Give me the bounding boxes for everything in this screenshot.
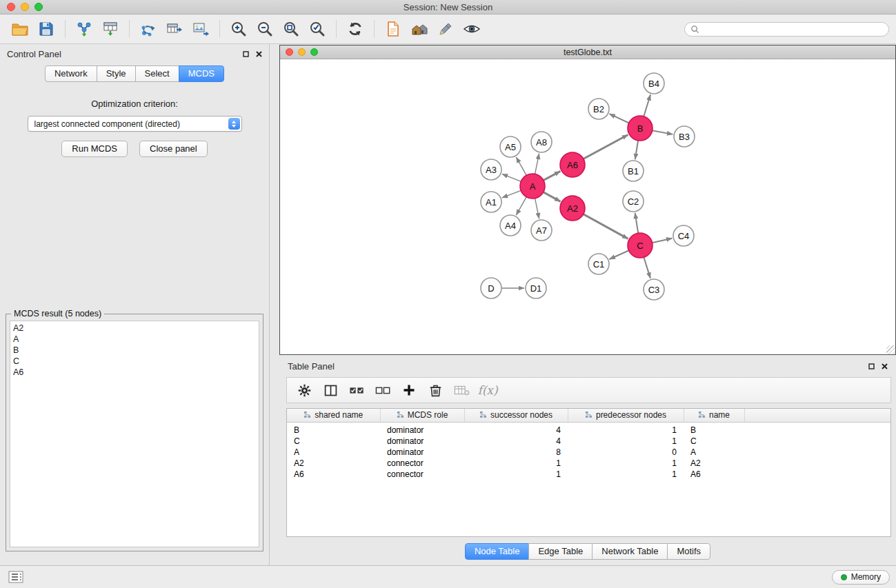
deselect-all-columns-button[interactable] <box>371 380 395 401</box>
column-header-name[interactable]: name <box>684 409 744 422</box>
tab-network-table[interactable]: Network Table <box>592 543 668 560</box>
optimization-dropdown[interactable]: largest connected component (directed) <box>28 116 242 132</box>
svg-text:A7: A7 <box>536 225 547 236</box>
node-A8[interactable]: A8 <box>531 132 552 152</box>
chevron-up-down-icon <box>228 118 240 130</box>
table-toolbar: f(x) <box>286 377 891 403</box>
mcds-result-item[interactable]: B <box>13 345 256 356</box>
main-area: Control Panel NetworkStyleSelectMCDS Opt… <box>0 44 896 565</box>
import-network-button[interactable] <box>71 17 97 41</box>
open-session-button[interactable] <box>7 17 33 41</box>
node-A3[interactable]: A3 <box>481 159 501 180</box>
node-D[interactable]: D <box>481 278 501 298</box>
import-table-button[interactable] <box>97 17 123 41</box>
zoom-in-button[interactable] <box>226 17 252 41</box>
close-panel-button[interactable] <box>256 51 262 57</box>
column-header-shared-name[interactable]: shared name <box>287 409 380 422</box>
refresh-button[interactable] <box>342 17 368 41</box>
select-all-columns-button[interactable] <box>345 380 368 401</box>
create-column-button[interactable] <box>397 380 421 401</box>
mcds-result-title: MCDS result (5 nodes) <box>11 309 104 318</box>
task-history-button[interactable] <box>6 569 26 585</box>
delete-table-button[interactable] <box>450 380 473 401</box>
node-B1[interactable]: B1 <box>623 161 644 181</box>
node-A[interactable]: A <box>520 174 545 199</box>
toolbar-separator <box>336 20 337 38</box>
tab-motifs[interactable]: Motifs <box>667 543 710 560</box>
tab-style[interactable]: Style <box>97 65 136 82</box>
toolbar-separator <box>65 20 66 38</box>
column-header-MCDS-role[interactable]: MCDS role <box>380 409 464 422</box>
mcds-result-item[interactable]: A2 <box>13 323 256 334</box>
table-row[interactable]: Bdominator41B <box>287 422 890 436</box>
delete-column-button[interactable] <box>424 380 447 401</box>
mcds-result-item[interactable]: A6 <box>13 367 256 378</box>
float-table-panel-button[interactable] <box>868 363 875 369</box>
node-D1[interactable]: D1 <box>526 278 546 298</box>
memory-button[interactable]: Memory <box>832 570 890 585</box>
table-row[interactable]: Adominator80A <box>287 447 890 458</box>
tab-network[interactable]: Network <box>45 65 97 82</box>
save-session-button[interactable] <box>33 17 59 41</box>
show-graphics-details-button[interactable] <box>459 17 485 41</box>
svg-text:C: C <box>637 241 643 251</box>
zoom-out-button[interactable] <box>252 17 278 41</box>
run-mcds-button[interactable]: Run MCDS <box>61 141 128 157</box>
node-C3[interactable]: C3 <box>644 279 664 300</box>
float-panel-button[interactable] <box>243 51 249 57</box>
optimization-dropdown-value: largest connected component (directed) <box>34 119 180 129</box>
node-A4[interactable]: A4 <box>500 215 521 236</box>
table-settings-button[interactable] <box>292 380 316 401</box>
table-row[interactable]: A6connector11A6 <box>287 469 890 480</box>
control-panel-title: Control Panel <box>7 49 61 59</box>
node-C2[interactable]: C2 <box>623 191 644 212</box>
home-button[interactable] <box>406 17 432 41</box>
node-A1[interactable]: A1 <box>481 192 501 212</box>
function-builder-button[interactable]: f(x) <box>476 380 499 401</box>
table-row[interactable]: A2connector11A2 <box>287 458 890 469</box>
search-input[interactable] <box>703 24 883 34</box>
export-table-icon <box>166 21 183 37</box>
gear-icon <box>297 383 312 398</box>
network-window: testGlobe.txt AA1A2A3A4A5A6A7A8BB1B2B3B4… <box>279 45 896 355</box>
node-A6[interactable]: A6 <box>560 152 585 177</box>
node-C4[interactable]: C4 <box>673 225 694 246</box>
node-C[interactable]: C <box>628 233 653 258</box>
table-row[interactable]: Cdominator41C <box>287 436 890 447</box>
tab-mcds[interactable]: MCDS <box>179 65 224 82</box>
node-A7[interactable]: A7 <box>531 220 552 241</box>
node-B3[interactable]: B3 <box>674 126 695 147</box>
network-canvas[interactable]: AA1A2A3A4A5A6A7A8BB1B2B3B4CC1C2C3C4DD1 <box>280 59 895 354</box>
node-C1[interactable]: C1 <box>588 254 609 274</box>
tab-edge-table[interactable]: Edge Table <box>528 543 593 560</box>
show-columns-button[interactable] <box>319 380 342 401</box>
window-resize-handle[interactable] <box>886 345 895 354</box>
first-neighbors-button[interactable] <box>380 17 406 41</box>
tab-select[interactable]: Select <box>135 65 179 82</box>
column-type-icon <box>585 411 593 418</box>
node-B4[interactable]: B4 <box>644 73 664 94</box>
zoom-fit-button[interactable] <box>278 17 304 41</box>
zoom-selected-button[interactable] <box>304 17 330 41</box>
zoom-fit-icon <box>282 20 300 38</box>
document-icon <box>385 21 401 37</box>
mcds-result-list[interactable]: A2ABCA6 <box>10 321 259 547</box>
floppy-icon <box>38 21 54 37</box>
node-A2[interactable]: A2 <box>560 196 585 221</box>
mcds-result-item[interactable]: A <box>13 334 256 345</box>
network-window-titlebar[interactable]: testGlobe.txt <box>280 45 895 59</box>
export-network-icon <box>140 21 157 37</box>
close-table-panel-button[interactable] <box>882 363 888 369</box>
export-image-button[interactable] <box>188 17 214 41</box>
tab-node-table[interactable]: Node Table <box>465 543 530 560</box>
column-header-predecessor-nodes[interactable]: predecessor nodes <box>568 409 684 422</box>
mcds-result-item[interactable]: C <box>13 356 256 367</box>
apply-style-button[interactable] <box>432 17 459 41</box>
export-network-button[interactable] <box>135 17 161 41</box>
node-B2[interactable]: B2 <box>588 99 609 119</box>
node-A5[interactable]: A5 <box>500 136 521 157</box>
export-table-button[interactable] <box>161 17 188 41</box>
node-B[interactable]: B <box>628 116 653 141</box>
column-header-successor-nodes[interactable]: successor nodes <box>464 409 568 422</box>
close-panel-action-button[interactable]: Close panel <box>139 141 208 157</box>
